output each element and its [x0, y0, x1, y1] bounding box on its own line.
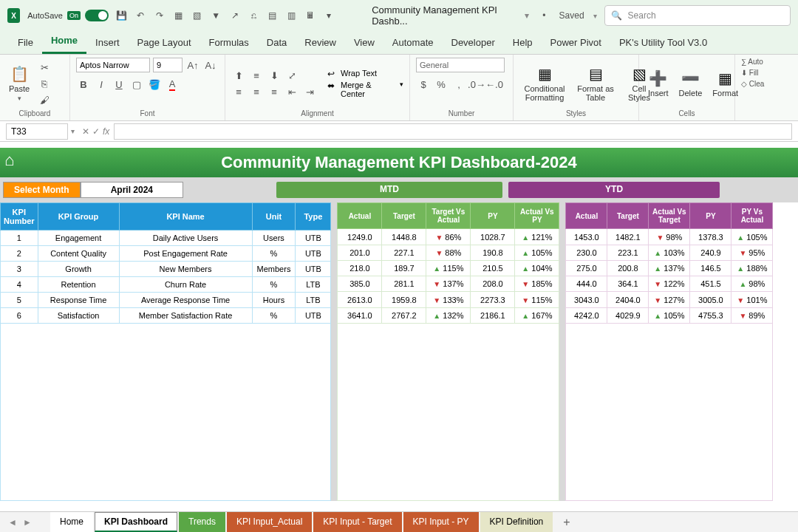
ribbon-tab-view[interactable]: View: [345, 33, 383, 54]
align-left-icon[interactable]: ≡: [231, 84, 246, 99]
decrease-decimal-icon[interactable]: ←.0: [487, 77, 502, 92]
add-sheet-button[interactable]: +: [563, 516, 570, 529]
increase-decimal-icon[interactable]: .0→: [469, 77, 484, 92]
format-painter-icon[interactable]: 🖌: [37, 92, 52, 107]
home-icon[interactable]: ⌂: [4, 151, 27, 173]
decrease-font-icon[interactable]: A↓: [203, 58, 218, 72]
chart-icon[interactable]: ▧: [191, 9, 203, 22]
table-row[interactable]: 5Response TimeAverage Response TimeHours…: [1, 293, 331, 308]
redo-icon[interactable]: ↷: [154, 9, 166, 22]
number-format-select[interactable]: [416, 58, 505, 72]
font-name-select[interactable]: [76, 58, 150, 72]
table-row[interactable]: 3641.02767.2▲ 132%2186.1▲ 167%: [338, 307, 559, 323]
grid-icon[interactable]: ▦: [173, 9, 185, 22]
table-row[interactable]: 444.0364.1▼ 122%451.5▲ 98%: [566, 276, 773, 292]
ungroup-icon[interactable]: ⎌: [248, 9, 260, 22]
tab-nav-prev-icon[interactable]: ◄: [6, 517, 19, 528]
ribbon-tab-help[interactable]: Help: [504, 33, 542, 54]
table-row[interactable]: 218.0189.7▲ 115%210.5▲ 104%: [338, 260, 559, 276]
sheet-tab-trends[interactable]: Trends: [179, 512, 225, 532]
bold-button[interactable]: B: [76, 77, 91, 92]
customize-qat-icon[interactable]: ▾: [324, 9, 335, 22]
align-right-icon[interactable]: ≡: [267, 84, 282, 99]
document-title[interactable]: Community Management KPI Dashb...: [372, 4, 513, 27]
fill-button[interactable]: ⬇ Fill: [741, 69, 759, 77]
fx-icon[interactable]: fx: [103, 126, 109, 137]
ribbon-tab-page-layout[interactable]: Page Layout: [129, 33, 200, 54]
ribbon-tab-formulas[interactable]: Formulas: [200, 33, 258, 54]
merge-center-button[interactable]: ⬌Merge & Center▾: [327, 81, 403, 98]
table-row[interactable]: 3GrowthNew MembersMembersUTB: [1, 262, 331, 277]
cut-icon[interactable]: ✂: [37, 60, 52, 75]
month-selector[interactable]: April 2024: [81, 182, 183, 198]
table-row[interactable]: 1453.01482.1▼ 98%1378.3▲ 105%: [566, 229, 773, 245]
undo-icon[interactable]: ↶: [134, 9, 146, 22]
ribbon-tab-insert[interactable]: Insert: [86, 33, 129, 54]
enter-formula-icon[interactable]: ✓: [92, 126, 100, 137]
table-row[interactable]: 1EngagementDaily Active UsersUsersUTB: [1, 231, 331, 246]
dropdown-icon[interactable]: ▥: [286, 9, 298, 22]
align-bottom-icon[interactable]: ⬇: [267, 68, 282, 83]
underline-button[interactable]: U: [112, 77, 126, 92]
sheet-tab-kpi-definition[interactable]: KPI Definition: [480, 512, 553, 532]
title-dropdown-icon[interactable]: ▾: [525, 10, 529, 21]
font-color-icon[interactable]: A: [165, 77, 180, 92]
ribbon-tab-developer[interactable]: Developer: [443, 33, 504, 54]
sheet-tab-kpi-dashboard[interactable]: KPI Dashboard: [95, 512, 177, 532]
formula-input[interactable]: [114, 123, 792, 140]
ribbon-tab-data[interactable]: Data: [258, 33, 296, 54]
format-as-table-button[interactable]: ▤Format as Table: [574, 64, 617, 103]
ribbon-tab-power-pivot[interactable]: Power Pivot: [542, 33, 610, 54]
fill-color-icon[interactable]: 🪣: [147, 77, 162, 92]
copy-icon[interactable]: ⎘: [37, 76, 52, 91]
sheet-tab-home[interactable]: Home: [50, 512, 93, 532]
name-box[interactable]: [6, 123, 68, 140]
table-row[interactable]: 4RetentionChurn Rate%LTB: [1, 277, 331, 293]
delete-cells-button[interactable]: ➖Delete: [676, 68, 706, 99]
ribbon-tab-review[interactable]: Review: [296, 33, 345, 54]
wrap-text-button[interactable]: ↩Wrap Text: [327, 69, 403, 79]
table-row[interactable]: 385.0281.1▼ 137%208.0▼ 185%: [338, 276, 559, 292]
align-middle-icon[interactable]: ≡: [249, 68, 264, 83]
sheet-tab-kpi-input-target[interactable]: KPI Input - Target: [313, 512, 401, 532]
table-row[interactable]: 3043.02404.0▼ 127%3005.0▼ 101%: [566, 292, 773, 307]
calc-icon[interactable]: 🖩: [304, 9, 316, 22]
autosum-button[interactable]: ∑ Auto: [741, 58, 763, 66]
toggle-switch-icon[interactable]: [85, 10, 109, 21]
cancel-formula-icon[interactable]: ✕: [82, 126, 89, 137]
table-row[interactable]: 6SatisfactionMember Satisfaction Rate%UT…: [1, 308, 331, 324]
table-row[interactable]: 2613.01959.8▼ 133%2273.3▼ 115%: [338, 292, 559, 307]
table-row[interactable]: 1249.01448.8▼ 86%1028.7▲ 121%: [338, 229, 559, 245]
increase-font-icon[interactable]: A↑: [185, 58, 200, 72]
filter-icon[interactable]: ▼: [211, 9, 222, 22]
paste-button[interactable]: 📋 Paste ▾: [6, 64, 33, 103]
align-center-icon[interactable]: ≡: [249, 84, 264, 99]
table-icon[interactable]: ▤: [267, 9, 279, 22]
table-row[interactable]: 201.0227.1▼ 88%190.8▲ 105%: [338, 245, 559, 260]
insert-cells-button[interactable]: ➕Insert: [645, 68, 672, 99]
align-top-icon[interactable]: ⬆: [231, 68, 246, 83]
tab-nav-next-icon[interactable]: ►: [21, 517, 34, 528]
comma-icon[interactable]: ,: [451, 77, 466, 92]
table-row[interactable]: 2Content QualityPost Engagement Rate%UTB: [1, 246, 331, 262]
ribbon-tab-home[interactable]: Home: [42, 30, 86, 54]
currency-icon[interactable]: $: [416, 77, 431, 92]
autosave-toggle[interactable]: AutoSave On: [27, 10, 109, 21]
orientation-icon[interactable]: ⤢: [284, 68, 299, 83]
worksheet-area[interactable]: ⌂ Community Management KPI Dashboard-202…: [0, 148, 798, 511]
font-size-select[interactable]: [153, 58, 183, 72]
italic-button[interactable]: I: [94, 77, 109, 92]
ribbon-tab-file[interactable]: File: [9, 33, 42, 54]
increase-indent-icon[interactable]: ⇥: [302, 84, 317, 99]
percent-icon[interactable]: %: [434, 77, 449, 92]
ribbon-tab-automate[interactable]: Automate: [383, 33, 443, 54]
saved-dropdown-icon[interactable]: ▾: [593, 12, 597, 20]
table-row[interactable]: 275.0200.8▲ 137%146.5▲ 188%: [566, 260, 773, 276]
search-input[interactable]: 🔍 Search: [604, 5, 791, 26]
namebox-dropdown-icon[interactable]: ▾: [71, 127, 75, 135]
share-icon[interactable]: ↗: [229, 9, 241, 22]
clear-button[interactable]: ◇ Clea: [741, 80, 764, 88]
decrease-indent-icon[interactable]: ⇤: [284, 84, 299, 99]
conditional-formatting-button[interactable]: ▦Conditional Formatting: [519, 64, 570, 103]
table-row[interactable]: 230.0223.1▲ 103%240.9▼ 95%: [566, 245, 773, 260]
